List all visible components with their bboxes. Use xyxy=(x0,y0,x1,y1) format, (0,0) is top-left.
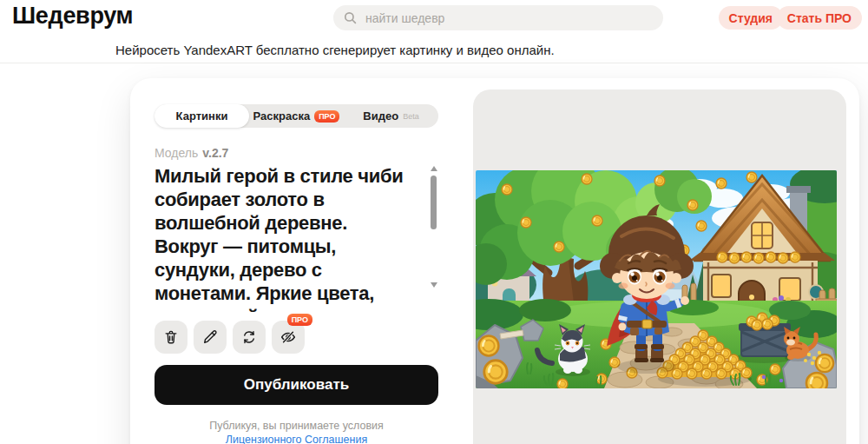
search-icon xyxy=(344,11,357,24)
publish-button[interactable]: Опубликовать xyxy=(155,365,438,405)
logo[interactable]: Шедеврум xyxy=(12,3,133,30)
terms: Публикуя, вы принимаете условия Лицензио… xyxy=(155,419,438,444)
prompt-scrollbar xyxy=(430,166,438,288)
model-label: Модель xyxy=(155,146,198,160)
model-version: v.2.7 xyxy=(202,146,228,160)
search-bar[interactable] xyxy=(333,5,663,30)
scroll-down-icon[interactable] xyxy=(431,282,437,288)
pencil-icon xyxy=(201,328,219,346)
tab-coloring-label: Раскраска xyxy=(253,109,311,123)
generated-image-illustration xyxy=(476,170,837,388)
trash-icon xyxy=(162,328,180,346)
terms-link[interactable]: Лицензионного Соглашения xyxy=(226,434,367,444)
edit-button[interactable] xyxy=(194,321,227,354)
generator-controls: Картинки Раскраска ПРО Видео Beta Модель… xyxy=(155,104,438,444)
tab-video[interactable]: Видео Beta xyxy=(344,104,438,128)
prompt-textarea[interactable]: Милый герой в стиле чиби собирает золото… xyxy=(155,164,417,312)
refresh-icon xyxy=(240,328,258,346)
terms-text: Публикуя, вы принимаете условия xyxy=(209,420,384,432)
page: { "header": { "logo": "Шедеврум", "searc… xyxy=(0,0,868,444)
scroll-up-icon[interactable] xyxy=(431,166,437,171)
prompt-area: Милый герой в стиле чиби собирает золото… xyxy=(155,164,438,312)
tab-coloring[interactable]: Раскраска ПРО xyxy=(249,104,344,128)
tab-pictures-label: Картинки xyxy=(176,109,228,123)
search-input[interactable] xyxy=(364,10,653,26)
tool-row: ПРО xyxy=(155,321,438,354)
regenerate-button[interactable] xyxy=(233,321,266,354)
tagline: Нейросеть YandexART бесплатно сгенерируе… xyxy=(115,43,555,57)
delete-button[interactable] xyxy=(155,321,187,354)
scrollbar-thumb[interactable] xyxy=(431,176,437,229)
eye-off-icon xyxy=(279,328,297,346)
generated-image xyxy=(476,170,837,388)
result-panel xyxy=(473,89,846,444)
hide-button[interactable]: ПРО xyxy=(272,321,305,354)
pro-badge: ПРО xyxy=(314,110,339,123)
studio-button[interactable]: Студия xyxy=(719,6,783,30)
model-row: Модельv.2.7 xyxy=(155,146,438,160)
tab-pictures[interactable]: Картинки xyxy=(155,104,249,128)
generator-card: Картинки Раскраска ПРО Видео Beta Модель… xyxy=(130,78,859,444)
hide-pro-badge: ПРО xyxy=(287,314,312,326)
tab-video-label: Видео xyxy=(363,109,398,123)
become-pro-button[interactable]: Стать ПРО xyxy=(777,6,862,30)
beta-badge: Beta xyxy=(403,112,419,121)
mode-tabs: Картинки Раскраска ПРО Видео Beta xyxy=(155,104,438,128)
